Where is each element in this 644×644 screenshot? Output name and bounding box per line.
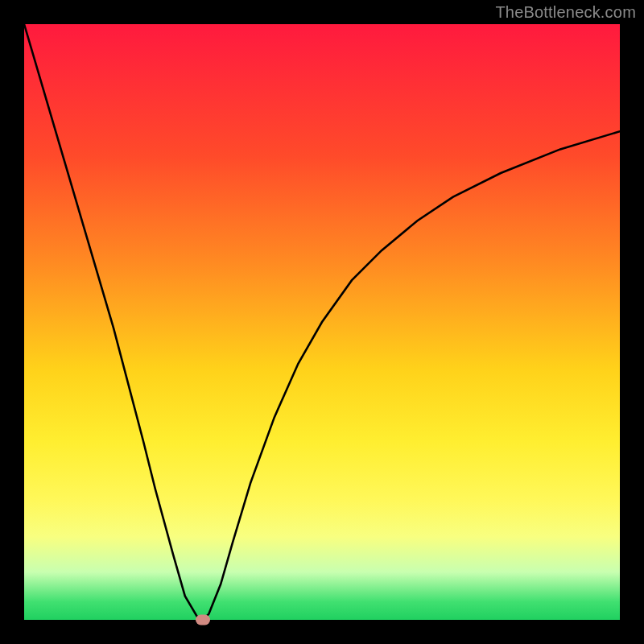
plot-area	[24, 24, 620, 620]
minimum-marker	[196, 615, 210, 625]
bottleneck-curve-path	[24, 24, 620, 620]
chart-frame: TheBottleneck.com	[0, 0, 644, 644]
watermark-text: TheBottleneck.com	[495, 3, 636, 22]
curve-svg	[24, 24, 620, 620]
